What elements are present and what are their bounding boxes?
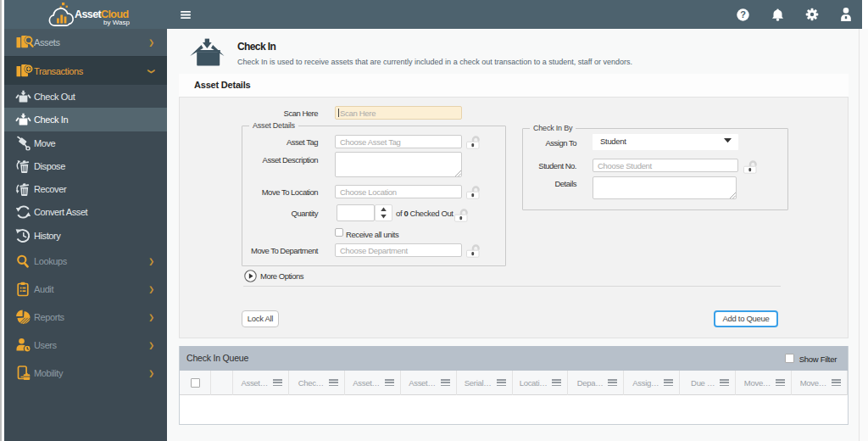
svg-text:?: ? (740, 9, 746, 20)
